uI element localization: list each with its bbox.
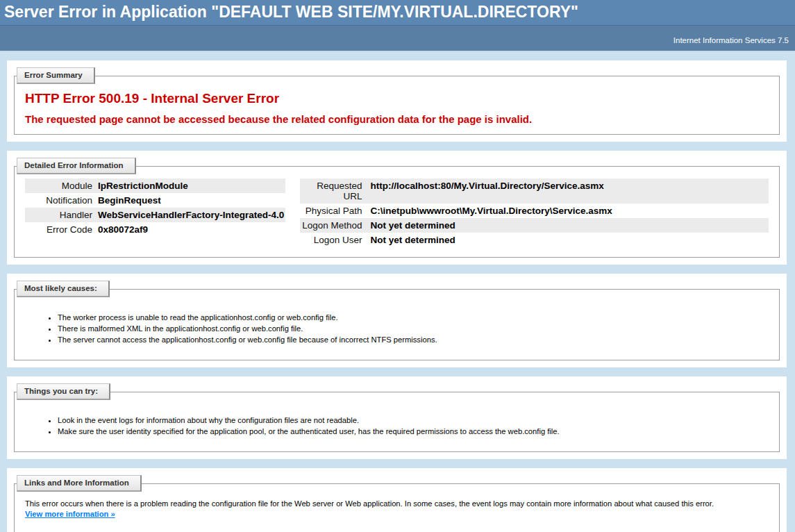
detail-label: Logon Method	[300, 218, 370, 233]
links-info-legend: Links and More Information	[17, 475, 142, 492]
detail-value: http://localhost:80/My.Virtual.Directory…	[370, 178, 769, 203]
table-row: Physical Path C:\inetpub\wwwroot\My.Virt…	[300, 203, 769, 218]
links-info-section: Links and More Information This error oc…	[7, 468, 787, 532]
detail-value: Not yet determined	[370, 233, 769, 247]
detail-label: Requested URL	[300, 178, 370, 203]
detail-label: Notification	[25, 193, 98, 208]
table-row: Handler WebServiceHandlerFactory-Integra…	[25, 208, 285, 222]
detail-value: WebServiceHandlerFactory-Integrated-4.0	[98, 208, 285, 222]
detail-value: 0x80072af9	[98, 222, 285, 237]
table-row: Logon User Not yet determined	[300, 233, 769, 247]
suggestion-item: Look in the event logs for information a…	[58, 415, 769, 425]
view-more-information-link[interactable]: View more information »	[25, 510, 115, 518]
things-to-try-legend: Things you can try:	[17, 383, 110, 400]
details-left-column: Module IpRestrictionModule Notification …	[25, 174, 285, 240]
detailed-error-legend: Detailed Error Information	[17, 158, 136, 174]
table-row: Notification BeginRequest	[25, 193, 285, 208]
detail-label: Module	[25, 178, 98, 193]
table-row: Error Code 0x80072af9	[25, 222, 285, 237]
table-row: Requested URL http://localhost:80/My.Vir…	[300, 178, 769, 203]
header-bar: Server Error in Application "DEFAULT WEB…	[0, 0, 795, 25]
cause-item: The server cannot access the application…	[58, 335, 769, 344]
detail-label: Physical Path	[300, 203, 370, 218]
causes-list: The worker process is unable to read the…	[28, 313, 769, 344]
most-likely-causes-legend: Most likely causes:	[17, 281, 110, 297]
detail-label: Handler	[25, 208, 98, 222]
most-likely-causes-section: Most likely causes: The worker process i…	[7, 274, 787, 367]
cause-item: The worker process is unable to read the…	[58, 313, 769, 322]
detail-value: BeginRequest	[98, 193, 285, 208]
table-row: Logon Method Not yet determined	[300, 218, 769, 233]
things-to-try-section: Things you can try: Look in the event lo…	[7, 376, 787, 459]
cause-item: There is malformed XML in the applicatio…	[58, 324, 769, 333]
error-title: HTTP Error 500.19 - Internal Server Erro…	[25, 91, 769, 106]
detail-label: Logon User	[300, 233, 370, 247]
detailed-error-fieldset: Detailed Error Information Module IpRest…	[14, 158, 780, 258]
detailed-error-section: Detailed Error Information Module IpRest…	[7, 151, 787, 265]
details-right-table: Requested URL http://localhost:80/My.Vir…	[300, 178, 769, 247]
server-version-bar: Internet Information Services 7.5	[0, 25, 795, 51]
most-likely-causes-fieldset: Most likely causes: The worker process i…	[14, 281, 780, 360]
detail-value: Not yet determined	[370, 218, 769, 233]
content-area: Error Summary HTTP Error 500.19 - Intern…	[7, 60, 787, 532]
detail-value: C:\inetpub\wwwroot\My.Virtual.Directory\…	[370, 203, 769, 218]
links-info-description: This error occurs when there is a proble…	[25, 499, 769, 510]
page-title: Server Error in Application "DEFAULT WEB…	[4, 3, 789, 21]
error-summary-fieldset: Error Summary HTTP Error 500.19 - Intern…	[14, 67, 780, 135]
details-left-table: Module IpRestrictionModule Notification …	[25, 178, 285, 237]
error-summary-section: Error Summary HTTP Error 500.19 - Intern…	[7, 60, 787, 142]
server-version-label: Internet Information Services 7.5	[673, 36, 789, 44]
suggestion-item: Make sure the user identity specified fo…	[58, 426, 769, 436]
things-to-try-fieldset: Things you can try: Look in the event lo…	[14, 383, 780, 452]
details-right-column: Requested URL http://localhost:80/My.Vir…	[300, 174, 769, 250]
detail-label: Error Code	[25, 222, 98, 237]
error-summary-legend: Error Summary	[17, 67, 95, 84]
table-row: Module IpRestrictionModule	[25, 178, 285, 193]
detail-value: IpRestrictionModule	[98, 178, 285, 193]
error-message: The requested page cannot be accessed be…	[25, 113, 769, 125]
links-info-fieldset: Links and More Information This error oc…	[14, 475, 780, 532]
suggestions-list: Look in the event logs for information a…	[28, 415, 769, 436]
